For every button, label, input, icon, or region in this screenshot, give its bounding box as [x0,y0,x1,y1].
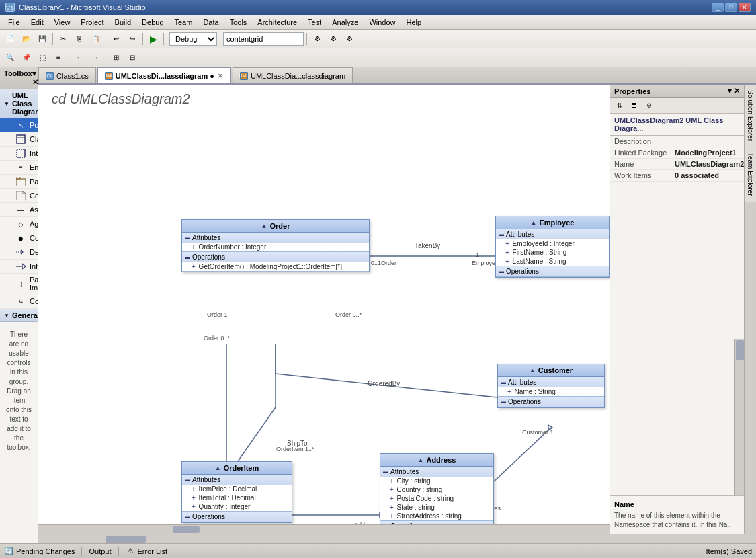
toolbox-general-section[interactable]: ▼ General [0,309,38,322]
tab-umldiagram2[interactable]: UML UMLClassDia...classdiagram [233,67,353,83]
toolbox-item-pointer[interactable]: ↖ Pointer [0,118,38,132]
debug-mode-dropdown[interactable]: Debug Release [169,32,217,46]
props-value-linkedpackage[interactable]: ModelingProject1 [675,149,740,157]
restore-button[interactable]: □ [725,3,737,12]
toolbar2-btn2[interactable]: 📌 [19,50,34,65]
customer-collapse-icon[interactable]: ▲ [530,367,536,374]
address-attrs-expand[interactable]: ▬ [383,469,388,475]
address-collapse-icon[interactable]: ▲ [418,456,424,463]
toolbar-run[interactable]: ▶ [146,32,161,46]
uml-class-orderitem[interactable]: ▲ OrderItem ▬ Attributes + ItemPrice : D… [181,461,292,523]
properties-pins[interactable]: ▾ ✕ [728,87,740,95]
employee-ops-expand[interactable]: ▬ [499,268,504,274]
solution-explorer-tab[interactable]: Solution Explorer [745,85,756,147]
props-value-workitems[interactable]: 0 associated [675,171,740,180]
toolbox-item-composition[interactable]: ◆ Composition [0,231,38,245]
toolbar2-btn7[interactable]: ⊞ [109,50,124,65]
menu-team[interactable]: Team [169,15,198,29]
props-value-description[interactable] [675,137,740,145]
toolbar2-btn8[interactable]: ⊟ [125,50,140,65]
props-tool-alphabetical[interactable]: ⇅ [613,99,626,112]
toolbox-item-aggregation[interactable]: ◇ Aggregation [0,217,38,231]
order-ops-expand[interactable]: ▬ [185,254,190,260]
window-controls[interactable]: _ □ ✕ [712,3,751,12]
props-value-name[interactable]: UMLClassDiagram2 [675,160,744,168]
orderitem-attrs-expand[interactable]: ▬ [185,477,190,483]
menu-tools[interactable]: Tools [224,15,253,29]
tab-close-uml[interactable]: ✕ [217,72,224,80]
toolbox-section-uml[interactable]: ▼ UML Class Diagram [0,89,38,118]
menu-test[interactable]: Test [302,15,327,29]
toolbox-item-enumeration[interactable]: ≡ Enumeration [0,161,38,175]
content-scrollbar-h[interactable] [38,534,756,543]
address-attrs-header[interactable]: ▬ Attributes [380,467,493,477]
search-input[interactable] [223,32,304,46]
toolbox-item-package-import[interactable]: ⤵ Package Import [0,274,38,294]
toolbar-redo[interactable]: ↪ [125,32,140,46]
employee-collapse-icon[interactable]: ▲ [531,219,537,226]
employee-attrs-header[interactable]: ▬ Attributes [496,229,609,239]
toolbox-item-interface[interactable]: Interface [0,147,38,161]
customer-attrs-header[interactable]: ▬ Attributes [498,377,604,387]
toolbar2-btn5[interactable]: ← [72,50,87,65]
toolbox-item-inheritance[interactable]: Inheritance [0,260,38,274]
menu-window[interactable]: Window [364,15,401,29]
menu-analyze[interactable]: Analyze [327,15,364,29]
toolbar2-btn6[interactable]: → [88,50,103,65]
toolbox-item-dependency[interactable]: Dependency [0,245,38,260]
tab-umldiagram-active[interactable]: UML UMLClassDi...lassdiagram ● ✕ [97,67,231,83]
toolbox-item-package[interactable]: Package [0,175,38,189]
menu-data[interactable]: Data [198,15,224,29]
toolbar-open[interactable]: 📂 [19,32,34,46]
menu-project[interactable]: Project [75,15,109,29]
menu-file[interactable]: File [3,15,26,29]
tab-class1cs[interactable]: C# Class1.cs [38,67,96,83]
toolbox-item-comment[interactable]: Comment [0,189,38,203]
scrollbar-horizontal[interactable] [38,524,610,534]
orderitem-collapse-icon[interactable]: ▲ [215,465,221,471]
toolbox-item-connector[interactable]: ⤷ Connector [0,294,38,309]
employee-attrs-expand[interactable]: ▬ [499,231,504,237]
uml-class-order[interactable]: ▲ Order ▬ Attributes + OrderNumber : Int… [181,219,370,272]
minimize-button[interactable]: _ [712,3,724,12]
menu-edit[interactable]: Edit [26,15,49,29]
toolbar-extra2[interactable]: ⚙ [326,32,341,46]
toolbar2-btn4[interactable]: ≡ [51,50,66,65]
toolbar-extra3[interactable]: ⚙ [342,32,357,46]
status-output[interactable]: Output [89,547,111,555]
props-scrollbar[interactable] [734,339,744,496]
toolbar-undo[interactable]: ↩ [109,32,124,46]
employee-ops-header[interactable]: ▬ Operations [496,266,609,276]
customer-ops-header[interactable]: ▬ Operations [498,397,604,407]
close-button[interactable]: ✕ [739,3,751,12]
props-tool-properties[interactable]: ⚙ [642,99,656,112]
toolbar2-btn3[interactable]: ⬚ [35,50,50,65]
toolbar-extra1[interactable]: ⚙ [310,32,325,46]
toolbar-new[interactable]: 📄 [3,32,17,46]
diagram-canvas[interactable]: cd UMLClassDiagram2 TakenBy Order 0..1 E… [38,85,610,534]
toolbox-item-class[interactable]: Class [0,132,38,147]
status-error-list[interactable]: ⚠ Error List [126,547,168,556]
customer-attrs-expand[interactable]: ▬ [501,379,506,385]
team-explorer-tab[interactable]: Team Explorer [745,147,756,201]
menu-architecture[interactable]: Architecture [252,15,302,29]
status-pending-changes[interactable]: 🔄 Pending Changes [4,547,75,556]
orderitem-attrs-header[interactable]: ▬ Attributes [182,475,292,485]
toolbar-copy[interactable]: ⎘ [72,32,87,46]
uml-class-customer[interactable]: ▲ Customer ▬ Attributes + Name : String [497,364,605,408]
orderitem-ops-header[interactable]: ▬ Operations [182,512,292,522]
uml-class-address[interactable]: ▲ Address ▬ Attributes + City : string +… [380,453,494,532]
props-tool-categorized[interactable]: ≣ [628,99,641,112]
toolbox-item-association[interactable]: — Association [0,203,38,217]
toolbar-cut[interactable]: ✂ [56,32,71,46]
uml-class-employee[interactable]: ▲ Employee ▬ Attributes + EmployeeId : I… [495,216,610,278]
order-ops-header[interactable]: ▬ Operations [182,252,369,262]
toolbar-paste[interactable]: 📋 [88,32,103,46]
orderitem-ops-expand[interactable]: ▬ [185,514,190,520]
customer-ops-expand[interactable]: ▬ [501,399,506,405]
toolbar-save[interactable]: 💾 [35,32,50,46]
order-attrs-header[interactable]: ▬ Attributes [182,233,369,243]
toolbox-pin[interactable]: ▾ ✕ [32,69,38,87]
menu-view[interactable]: View [49,15,76,29]
order-collapse-icon[interactable]: ▲ [261,223,267,229]
